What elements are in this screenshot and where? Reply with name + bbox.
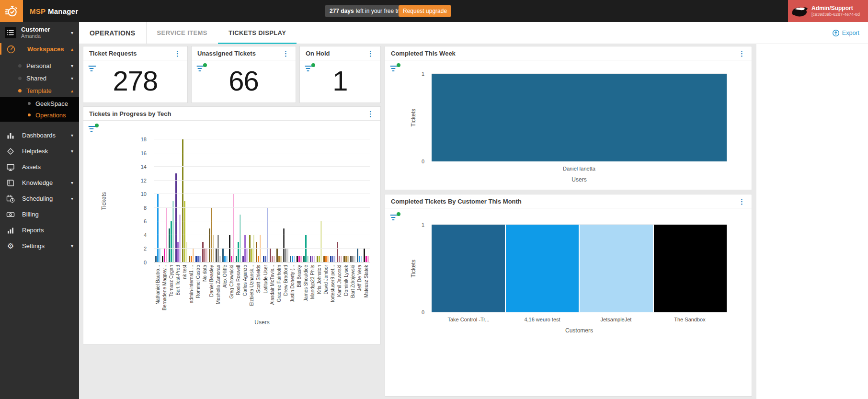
kebab-menu-icon[interactable] [365, 110, 376, 117]
customer-name: Amanda [21, 33, 50, 39]
shared-label: Shared [26, 75, 46, 82]
bar [242, 256, 244, 262]
bar-group [323, 139, 330, 262]
sidebar-item-knowledge[interactable]: Knowledge [0, 175, 79, 191]
filter-active-dot [95, 124, 99, 127]
bar [297, 256, 298, 262]
customer-selector[interactable]: Customer Amanda [0, 22, 79, 43]
bar [361, 256, 362, 262]
bar [432, 225, 505, 312]
x-tick-label: Bart Zdrojewski [350, 265, 355, 298]
y-tick-label: 14 [141, 164, 147, 170]
bar [432, 74, 727, 161]
y-tick-label: 10 [141, 191, 147, 197]
sidebar-item-settings[interactable]: Settings [0, 238, 79, 254]
sidebar-item-template[interactable]: Template [0, 84, 79, 97]
bar [204, 249, 206, 262]
sidebar-item-personal[interactable]: Personal [0, 59, 79, 72]
bar [164, 249, 165, 262]
bar-group [168, 139, 174, 262]
chevron-down-icon [71, 30, 73, 35]
bar-group [363, 139, 370, 262]
kebab-menu-icon[interactable] [737, 198, 747, 205]
bar [182, 139, 183, 262]
bar [654, 225, 727, 312]
export-button[interactable]: Export [832, 22, 859, 44]
y-axis-title: Tickets [409, 74, 418, 161]
bar [157, 194, 159, 262]
y-tick-label: 8 [144, 205, 147, 211]
brand-manager: Manager [48, 7, 78, 15]
bar [236, 256, 237, 262]
bar [343, 256, 345, 262]
bar [274, 256, 275, 262]
kebab-menu-icon[interactable] [365, 50, 376, 57]
bar [231, 256, 232, 262]
account-menu[interactable]: Admin/Support [ce39d39b-6287-4e74-8d [788, 0, 868, 22]
sidebar-item-assets[interactable]: Assets [0, 159, 79, 175]
tab-operations[interactable]: OPERATIONS [79, 22, 146, 44]
x-label-cell: Msteusz Statek [363, 265, 370, 315]
dashboard-grid: Ticket Requests 278 Unassigned Tickets [79, 44, 868, 399]
kebab-menu-icon[interactable] [737, 50, 747, 57]
bar-group [336, 139, 343, 262]
sidebar-item-dashboards[interactable]: Dashboards [0, 127, 79, 143]
x-tick-label: nk test [182, 265, 187, 279]
template-label: Template [26, 87, 52, 94]
bar [166, 208, 167, 262]
sidebar-item-workspaces[interactable]: Workspaces [0, 43, 79, 55]
x-tick-label: Alasdair McTavis... [270, 265, 275, 305]
sidebar-item-shared[interactable]: Shared [0, 72, 79, 84]
bar [367, 256, 369, 262]
bar [159, 249, 160, 262]
honey-badger-logo-icon [791, 4, 809, 18]
bar [233, 194, 234, 262]
filter-icon[interactable] [390, 65, 400, 74]
x-label-cell: Carlos Aganzo [242, 265, 249, 315]
kebab-menu-icon[interactable] [172, 50, 183, 57]
app-logo[interactable] [0, 0, 23, 22]
gridline [154, 153, 370, 153]
plot-area [432, 225, 727, 312]
sidebar-item-scheduling[interactable]: Scheduling [0, 191, 79, 206]
account-name: Admin/Support [811, 5, 860, 12]
kpi-value: 66 [192, 65, 296, 97]
x-tick-label: admin-internal1 ... [189, 265, 194, 303]
bar [211, 208, 212, 262]
y-axis-ticks: 01 [419, 74, 428, 161]
gridline [154, 235, 370, 235]
gridline [154, 139, 370, 139]
tab-tickets-display[interactable]: TICKETS DISPLAY [218, 22, 297, 44]
kebab-menu-icon[interactable] [281, 50, 291, 57]
tab-service-items[interactable]: SERVICE ITEMS [147, 22, 218, 44]
bar [307, 256, 308, 262]
bar [364, 249, 365, 262]
bar [341, 256, 342, 262]
request-upgrade-button[interactable]: Request upgrade [399, 5, 451, 17]
x-label-cell: Kris Johnston [316, 265, 323, 315]
bar-chart-icon [6, 226, 15, 235]
bar [323, 256, 325, 262]
sidebar-item-helpdesk[interactable]: Helpdesk [0, 143, 79, 159]
x-label-cell: Jeff De Vera [356, 265, 363, 315]
bar [199, 256, 201, 262]
bar [339, 256, 340, 262]
bar [256, 242, 257, 262]
x-label-cell: Mandyp23 Phils [309, 265, 316, 315]
x-tick-label: Rommel Castro [195, 265, 201, 298]
personal-label: Personal [26, 62, 51, 69]
bar [191, 256, 192, 262]
workspaces-label: Workspaces [27, 46, 64, 53]
sidebar-item-geekspace[interactable]: GeekSpace [0, 98, 79, 109]
x-tick-label: Mandyp23 Phils [310, 265, 315, 299]
bar [506, 225, 579, 312]
sidebar-item-operations-workspace[interactable]: Operations [0, 109, 79, 121]
gridline [154, 221, 370, 221]
filter-icon[interactable] [390, 214, 400, 223]
gauge-icon [6, 45, 16, 54]
filter-icon[interactable] [88, 125, 99, 135]
sidebar-item-billing[interactable]: Billing [0, 206, 79, 222]
sidebar-item-reports[interactable]: Reports [0, 222, 79, 238]
chart-card-tickets-in-progress: Tickets in Progress by Tech Tickets 0246… [83, 106, 381, 344]
customer-label: Customer [21, 26, 50, 34]
